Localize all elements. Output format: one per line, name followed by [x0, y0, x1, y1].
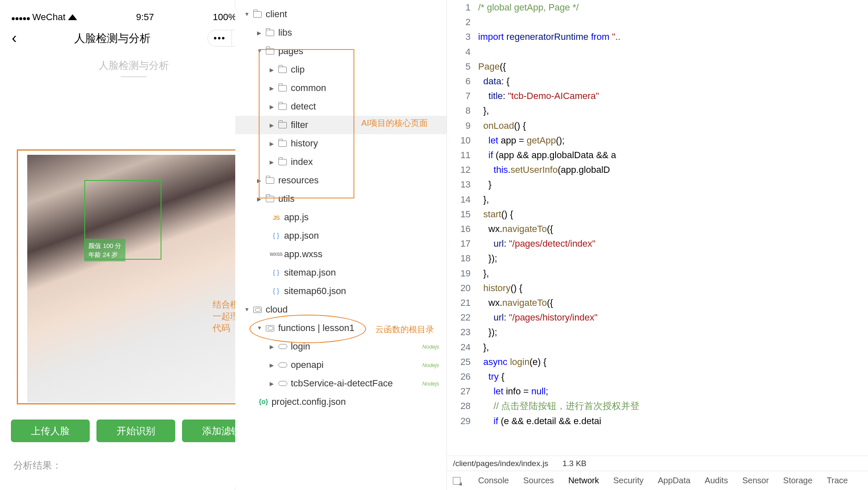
code-line[interactable]: }, [478, 192, 489, 207]
expand-arrow-icon[interactable] [269, 361, 275, 369]
code-line[interactable]: }, [478, 103, 489, 118]
expand-arrow-icon[interactable] [256, 324, 262, 332]
line-number: 4 [447, 44, 478, 59]
devtools-tab[interactable]: Sensor [742, 476, 769, 485]
tree-node[interactable]: cloud [235, 300, 447, 319]
code-line[interactable]: async login(e) { [478, 354, 546, 369]
wxss-file-icon: WXSS [271, 250, 281, 259]
tree-node-label: resources [278, 175, 447, 186]
expand-arrow-icon[interactable] [244, 306, 249, 313]
expand-arrow-icon[interactable] [256, 47, 262, 55]
expand-arrow-icon[interactable] [269, 103, 275, 111]
tree-node[interactable]: WXSSapp.wxss [235, 245, 447, 263]
code-line[interactable]: if (app && app.globalData && a [478, 148, 616, 162]
start-button[interactable]: 开始识别 [96, 420, 175, 442]
tree-node[interactable]: index [235, 153, 447, 171]
file-size: 1.3 KB [562, 459, 586, 468]
devtools-tab[interactable]: Console [478, 476, 509, 485]
code-line[interactable]: title: "tcb-Demo-AICamera" [478, 89, 599, 103]
code-line[interactable]: /* global getApp, Page */ [478, 0, 579, 15]
code-line[interactable]: wx.navigateTo({ [478, 222, 553, 236]
tree-node[interactable]: JSapp.js [235, 208, 447, 227]
code-line[interactable]: import regeneratorRuntime from ".. [478, 29, 620, 44]
expand-arrow-icon[interactable] [269, 66, 275, 74]
devtools-tab[interactable]: Storage [783, 476, 813, 485]
tree-node[interactable]: common [235, 79, 447, 97]
face-age: 年龄 24 岁 [88, 250, 121, 259]
line-number: 25 [447, 354, 478, 369]
back-button[interactable]: ‹ [12, 31, 17, 46]
tree-node[interactable]: { }app.json [235, 227, 447, 245]
code-line[interactable]: }); [478, 251, 497, 266]
code-line[interactable]: }); [478, 325, 497, 339]
code-line[interactable]: url: "/pages/detect/index" [478, 236, 595, 251]
tree-node[interactable]: { }sitemap.json [235, 263, 447, 282]
tree-node[interactable]: history [235, 134, 447, 153]
devtools-tab[interactable]: Security [613, 476, 643, 485]
folder-icon [253, 10, 262, 19]
code-line[interactable]: }, [478, 266, 489, 281]
code-line[interactable]: if (e && e.detail && e.detai [478, 414, 601, 428]
code-line[interactable]: url: "/pages/history/index" [478, 310, 598, 325]
element-picker-icon[interactable] [453, 477, 460, 485]
code-line[interactable]: this.setUserInfo(app.globalD [478, 162, 610, 177]
folder-icon [278, 102, 287, 111]
expand-arrow-icon[interactable] [256, 29, 262, 37]
expand-arrow-icon[interactable] [269, 158, 275, 166]
code-line[interactable]: onLoad() { [478, 118, 526, 133]
tree-node[interactable]: { }sitemap60.json [235, 282, 447, 300]
expand-arrow-icon[interactable] [269, 121, 275, 129]
file-status-bar: /client/pages/index/index.js 1.3 KB [447, 456, 868, 471]
tree-node-label: project.config.json [271, 396, 447, 407]
expand-arrow-icon[interactable] [269, 343, 275, 351]
tree-node-label: app.json [284, 230, 447, 241]
more-icon[interactable]: ••• [208, 30, 232, 46]
expand-arrow-icon[interactable] [244, 10, 249, 18]
code-line[interactable]: let info = null; [478, 384, 548, 399]
expand-arrow-icon[interactable] [269, 140, 275, 148]
tree-node[interactable]: {o}project.config.json [235, 393, 447, 411]
code-area[interactable]: 1/* global getApp, Page */23import regen… [447, 0, 868, 456]
code-line[interactable]: try { [478, 369, 504, 384]
line-number: 19 [447, 266, 478, 281]
tree-node-label: detect [291, 101, 447, 112]
tree-node-label: libs [278, 27, 447, 38]
line-number: 29 [447, 414, 478, 428]
line-number: 20 [447, 281, 478, 295]
code-line[interactable]: let app = getApp(); [478, 133, 564, 148]
devtools-tab[interactable]: Audits [705, 476, 728, 485]
devtools-tab[interactable]: Trace [827, 476, 848, 485]
tree-node[interactable]: tcbService-ai-detectFaceNodejs [235, 374, 447, 393]
tree-node[interactable]: resources [235, 171, 447, 190]
upload-button[interactable]: 上传人脸 [11, 420, 90, 442]
code-line[interactable]: history() { [478, 281, 522, 295]
line-number: 22 [447, 310, 478, 325]
expand-arrow-icon[interactable] [269, 380, 275, 388]
tree-node[interactable]: loginNodejs [235, 337, 447, 356]
code-line[interactable]: wx.navigateTo({ [478, 295, 553, 310]
tree-node[interactable]: pages [235, 42, 447, 60]
expand-arrow-icon[interactable] [269, 84, 275, 92]
expand-arrow-icon[interactable] [256, 177, 262, 185]
tree-node-label: pages [278, 46, 447, 57]
code-line[interactable]: start() { [478, 207, 513, 222]
tree-node[interactable]: utils [235, 190, 447, 208]
code-line[interactable]: // 点击登陆按钮，进行首次授权并登 [478, 399, 639, 413]
tree-node[interactable]: detect [235, 97, 447, 116]
code-line[interactable]: Page({ [478, 59, 506, 74]
tree-node[interactable]: openapiNodejs [235, 356, 447, 374]
line-number: 8 [447, 103, 478, 118]
tree-node[interactable]: client [235, 5, 447, 23]
file-path: /client/pages/index/index.js [453, 459, 548, 468]
devtools-tab[interactable]: Network [568, 476, 599, 485]
devtools-tab[interactable]: AppData [658, 476, 691, 485]
tree-node[interactable]: libs [235, 23, 447, 42]
code-line[interactable]: data: { [478, 74, 509, 89]
code-line[interactable]: }, [478, 340, 489, 354]
devtools-tab[interactable]: Sources [523, 476, 554, 485]
line-number: 15 [447, 207, 478, 222]
code-line[interactable]: } [478, 177, 491, 192]
tree-node-label: utils [278, 193, 447, 204]
expand-arrow-icon[interactable] [256, 195, 262, 203]
tree-node[interactable]: clip [235, 60, 447, 79]
